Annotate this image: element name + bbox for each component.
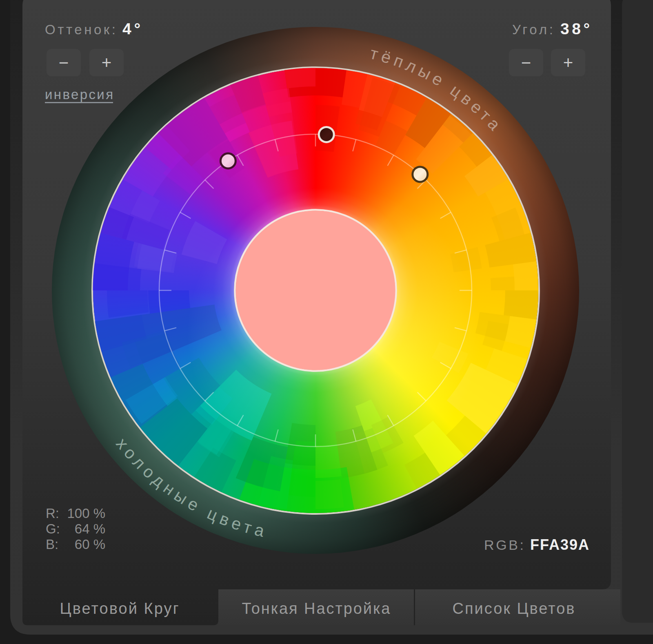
svg-text:инверсия: инверсия [45,87,113,102]
svg-text:Оттенок:: Оттенок: [45,22,115,37]
svg-text:−: − [521,53,531,72]
svg-text:Список Цветов: Список Цветов [453,600,575,617]
svg-text:38°: 38° [560,20,590,38]
svg-text:−: − [59,53,69,72]
svg-text:+: + [102,53,112,72]
svg-text:60 %: 60 % [75,537,105,552]
svg-text:FFA39A: FFA39A [530,536,589,553]
svg-text:R:: R: [46,506,59,521]
svg-text:RGB:: RGB: [484,537,524,553]
svg-text:Цветовой Круг: Цветовой Круг [60,600,179,617]
svg-text:B:: B: [46,537,58,552]
svg-text:64 %: 64 % [75,521,105,536]
svg-text:4°: 4° [122,20,140,38]
svg-text:Тонкая Настройка: Тонкая Настройка [242,600,391,617]
svg-text:Угол:: Угол: [512,22,553,37]
svg-text:+: + [563,53,573,72]
svg-text:G:: G: [46,521,60,536]
svg-text:100 %: 100 % [67,506,105,521]
